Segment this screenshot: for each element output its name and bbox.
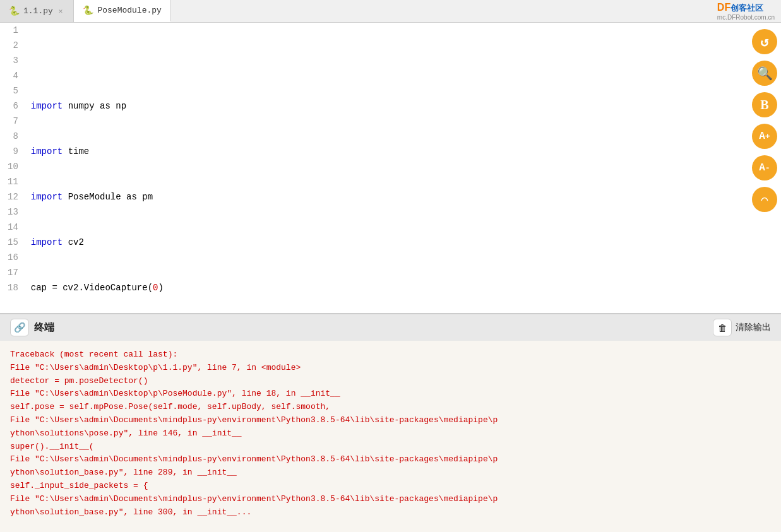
tab-close-1[interactable]: ✕ <box>57 6 65 16</box>
terminal-line-7: ython\solutions\pose.py", line 146, in _… <box>10 427 771 440</box>
tab-posemodule[interactable]: 🐍 PoseModule.py <box>74 0 170 22</box>
tab-bar: 🐍 1.1.py ✕ 🐍 PoseModule.py DF创客社区 mc.DFR… <box>0 0 781 23</box>
terminal-line-13: ython\solution_base.py", line 300, in __… <box>10 506 771 519</box>
tab-1-1py[interactable]: 🐍 1.1.py ✕ <box>0 0 74 22</box>
brand-df: DF <box>717 2 730 13</box>
tab-icon-2: 🐍 <box>83 5 93 16</box>
code-line-6: cap = cv2.VideoCapture(0) <box>31 280 738 295</box>
search-button[interactable]: 🔍 <box>752 61 777 86</box>
brand-logo: DF创客社区 mc.DFRobot.com.cn <box>717 2 775 21</box>
clear-output-button[interactable]: 🗑 清除输出 <box>713 319 771 336</box>
editor-toolbar: ↺ 🔍 B A+ A- ⌒ <box>748 23 781 313</box>
clear-icon: 🗑 <box>713 319 732 336</box>
goto-top-button[interactable]: ⌒ <box>752 187 777 212</box>
terminal-line-12: File "C:\Users\admin\Documents\mindplus-… <box>10 493 771 506</box>
code-line-5: import cv2 <box>31 235 738 250</box>
increase-font-button[interactable]: A+ <box>752 124 777 149</box>
code-line-1 <box>31 53 738 68</box>
code-line-4: import PoseModule as pm <box>31 189 738 204</box>
terminal-line-1: Traceback (most recent call last): <box>10 348 771 362</box>
decrease-font-button[interactable]: A- <box>752 155 777 180</box>
terminal-line-5: self.pose = self.mpPose.Pose(self.mode, … <box>10 401 771 414</box>
line-numbers: 12345 678910 1112131415 161718 <box>0 23 26 313</box>
code-content: import numpy as np import time import Po… <box>26 23 743 313</box>
tab-label-1: 1.1.py <box>23 6 53 16</box>
terminal-line-2: File "C:\Users\admin\Desktop\p\1.1.py", … <box>10 362 771 375</box>
terminal-icon: 🔗 <box>10 319 29 336</box>
bold-button[interactable]: B <box>752 92 777 117</box>
code-editor[interactable]: 12345 678910 1112131415 161718 import nu… <box>0 23 781 313</box>
terminal-line-11: self._input_side_packets = { <box>10 480 771 493</box>
brand-sub: mc.DFRobot.com.cn <box>717 14 775 21</box>
terminal-line-8: super().__init__( <box>10 440 771 454</box>
terminal-output[interactable]: Traceback (most recent call last): File … <box>0 341 781 532</box>
brand-suffix: 创客社区 <box>730 3 763 13</box>
terminal-label: 终端 <box>34 321 54 334</box>
terminal-line-10: ython\solution_base.py", line 289, in __… <box>10 466 771 480</box>
code-line-3: import time <box>31 144 738 159</box>
tab-icon-1: 🐍 <box>9 6 20 16</box>
terminal-title: 🔗 终端 <box>10 319 54 336</box>
terminal-line-3: detector = pm.poseDetector() <box>10 375 771 388</box>
terminal-line-9: File "C:\Users\admin\Documents\mindplus-… <box>10 453 771 466</box>
terminal-header: 🔗 终端 🗑 清除输出 <box>0 313 781 341</box>
clear-label: 清除输出 <box>736 322 771 333</box>
code-line-2: import numpy as np <box>31 98 738 114</box>
terminal-line-4: File "C:\Users\admin\Desktop\p\PoseModul… <box>10 387 771 401</box>
refresh-button[interactable]: ↺ <box>752 29 777 54</box>
tab-label-2: PoseModule.py <box>97 6 161 15</box>
editor-wrapper: 12345 678910 1112131415 161718 import nu… <box>0 23 781 313</box>
terminal-line-6: File "C:\Users\admin\Documents\mindplus-… <box>10 414 771 427</box>
